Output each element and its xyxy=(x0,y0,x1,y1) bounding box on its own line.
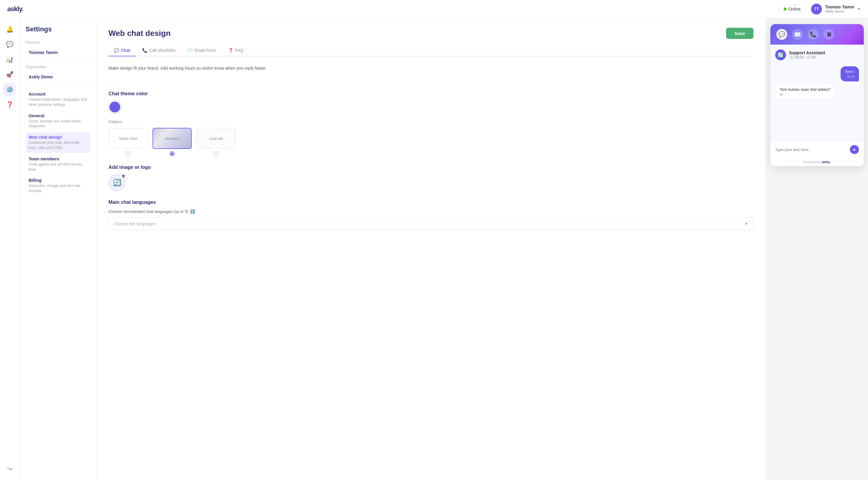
pattern-abstract[interactable]: Abstract xyxy=(153,128,192,156)
logo-upload[interactable]: 🔄 🗑 xyxy=(108,174,125,191)
languages-section: Main chat languages Choose recomended ch… xyxy=(108,200,753,230)
app-layout: 🔔 💬 📊 🚀 ⚙️ ❓ ↪ Settings Personal Toomas … xyxy=(0,18,868,480)
personal-label: Personal xyxy=(26,40,90,44)
page-title: Web chat design xyxy=(108,29,170,38)
sidebar-item-analytics[interactable]: 📊 xyxy=(3,53,16,66)
pattern-lineart[interactable]: Line art xyxy=(196,128,236,156)
send-button[interactable]: ➤ xyxy=(850,145,859,154)
settings-sidebar: Settings Personal Toomas Tamm Organizati… xyxy=(20,18,96,480)
msg-right-text: Tere ! xyxy=(845,69,855,74)
chat-widget: 💬 ✉️ 📞 🖥 🔄 Support Assistant 🕐 09:00 - 1… xyxy=(770,24,864,166)
color-section-title: Chat theme color xyxy=(108,91,753,96)
faq-tab-icon: ❓ xyxy=(228,48,233,53)
sidebar-item-conversations[interactable]: 💬 xyxy=(3,38,16,51)
pattern-label: Pattern xyxy=(108,119,753,124)
org-name-label: Askly Demo xyxy=(29,74,87,79)
lineart-preview: Line art xyxy=(196,128,236,149)
widget-input[interactable] xyxy=(775,147,847,152)
widget-video-icon[interactable]: 🖥 xyxy=(824,29,834,40)
online-label: Online xyxy=(788,7,801,11)
online-status[interactable]: Online xyxy=(779,5,805,13)
avatar: TT xyxy=(811,4,822,14)
add-image-section: Add image or logo 🔄 🗑 xyxy=(108,164,753,191)
web-chat-design-desc: Customise your chat, add email form, cal… xyxy=(29,140,87,150)
pattern-solid[interactable]: Solid color xyxy=(108,128,148,156)
abstract-radio[interactable] xyxy=(170,151,175,156)
widget-body: 🔄 Support Assistant 🕐 09:00 - 17:00 Tere… xyxy=(770,44,864,141)
add-image-title: Add image or logo xyxy=(108,164,753,170)
nav-item-web-chat-design[interactable]: Web chat design Customise your chat, add… xyxy=(26,132,90,153)
topbar: askly. Online TT Toomas Tamm Askly Demo … xyxy=(0,0,868,18)
team-members-label: Team members xyxy=(29,156,87,161)
nav-item-org[interactable]: Askly Demo xyxy=(26,72,90,82)
msg-bubble-left: Tere kuidas saan teid aidata? 👁 xyxy=(775,84,835,100)
pattern-section: Pattern Solid color Abstract Line a xyxy=(108,119,753,156)
user-name: Toomas Tamm xyxy=(825,4,854,9)
call-tab-label: Call shortlinks xyxy=(149,48,176,53)
msg-left-text: Tere kuidas saan teid aidata? xyxy=(780,87,831,92)
tab-chat[interactable]: 💬 Chat xyxy=(108,45,135,56)
general-desc: Script, tutorials and social media integ… xyxy=(29,119,87,129)
nav-item-personal-user[interactable]: Toomas Tamm xyxy=(26,48,90,57)
tab-call-shortlinks[interactable]: 📞 Call shortlinks xyxy=(137,45,181,56)
settings-title: Settings xyxy=(26,25,90,33)
tabs-bar: 💬 Chat 📞 Call shortlinks ✉️ Email Form ❓… xyxy=(108,45,753,56)
chat-tab-label: Chat xyxy=(121,48,130,53)
solid-label: Solid color xyxy=(119,136,137,141)
online-dot xyxy=(784,7,786,10)
powered-by: Powered by askly. xyxy=(770,158,864,166)
general-label: General xyxy=(29,113,87,118)
tab-email-form[interactable]: ✉️ Email Form xyxy=(182,45,221,56)
nav-item-general[interactable]: General Script, tutorials and social med… xyxy=(26,111,90,131)
divider-1 xyxy=(26,61,90,61)
topbar-right: Online TT Toomas Tamm Askly Demo ▼ xyxy=(779,4,861,14)
sidebar-item-settings[interactable]: ⚙️ xyxy=(3,83,16,96)
support-info: 🔄 Support Assistant 🕐 09:00 - 17:00 xyxy=(775,50,859,60)
delete-logo-button[interactable]: 🗑 xyxy=(121,173,127,179)
main-content: Web chat design Save 💬 Chat 📞 Call short… xyxy=(96,18,766,480)
support-details: Support Assistant 🕐 09:00 - 17:00 xyxy=(789,50,825,59)
powered-logo: askly. xyxy=(822,160,831,164)
msg-right-time: 15:04 xyxy=(845,75,855,79)
msg-right-row: Tere ! 15:04 xyxy=(775,66,859,84)
org-label: Organization xyxy=(26,65,90,69)
faq-tab-label: FAQ xyxy=(235,48,244,53)
solid-preview: Solid color xyxy=(108,128,148,149)
clock-icon: 🕐 xyxy=(789,55,794,59)
account-desc: Choose notifications, languages and othe… xyxy=(29,97,87,107)
sidebar-item-help[interactable]: ❓ xyxy=(3,98,16,111)
account-label: Account xyxy=(29,92,87,96)
powered-text: Powered by xyxy=(803,160,821,164)
nav-item-team-members[interactable]: Team members Invite agents and set their… xyxy=(26,154,90,175)
sidebar-item-logout[interactable]: ↪ xyxy=(3,462,16,475)
nav-item-account[interactable]: Account Choose notifications, languages … xyxy=(26,89,90,110)
support-hours: 🕐 09:00 - 17:00 xyxy=(789,55,825,59)
preview-panel: 💬 ✉️ 📞 🖥 🔄 Support Assistant 🕐 09:00 - 1… xyxy=(766,18,868,480)
widget-email-icon[interactable]: ✉️ xyxy=(792,29,803,40)
msg-left-row: Tere kuidas saan teid aidata? 👁 xyxy=(775,84,859,102)
logo: askly. xyxy=(7,5,24,13)
call-tab-icon: 📞 xyxy=(142,48,147,53)
color-picker[interactable] xyxy=(108,101,121,113)
support-avatar: 🔄 xyxy=(775,50,786,60)
solid-radio[interactable] xyxy=(126,151,130,156)
sidebar-item-chat[interactable]: 🔔 xyxy=(3,23,16,36)
widget-call-icon[interactable]: 📞 xyxy=(808,29,818,40)
user-details: Toomas Tamm Askly Demo xyxy=(825,4,854,13)
dropdown-chevron-icon: ▼ xyxy=(744,221,748,226)
nav-item-billing[interactable]: Billing Subscribe, change plan and see i… xyxy=(26,176,90,196)
save-button[interactable]: Save xyxy=(726,28,753,39)
lineart-radio[interactable] xyxy=(214,151,218,156)
team-members-desc: Invite agents and set their access level xyxy=(29,162,87,172)
description-text: Make design fit your brand. Add working … xyxy=(108,65,753,71)
user-org: Askly Demo xyxy=(825,9,854,13)
sidebar-item-integrations[interactable]: 🚀 xyxy=(3,68,16,81)
billing-label: Billing xyxy=(29,178,87,183)
email-tab-label: Email Form xyxy=(194,48,216,53)
support-name: Support Assistant xyxy=(789,50,825,55)
user-menu[interactable]: TT Toomas Tamm Askly Demo ▼ xyxy=(811,4,861,14)
dots: ··· xyxy=(108,78,115,84)
widget-chat-icon[interactable]: 💬 xyxy=(776,29,787,40)
tab-faq[interactable]: ❓ FAQ xyxy=(223,45,249,56)
languages-dropdown[interactable]: Choose the languages ▼ xyxy=(108,217,753,230)
